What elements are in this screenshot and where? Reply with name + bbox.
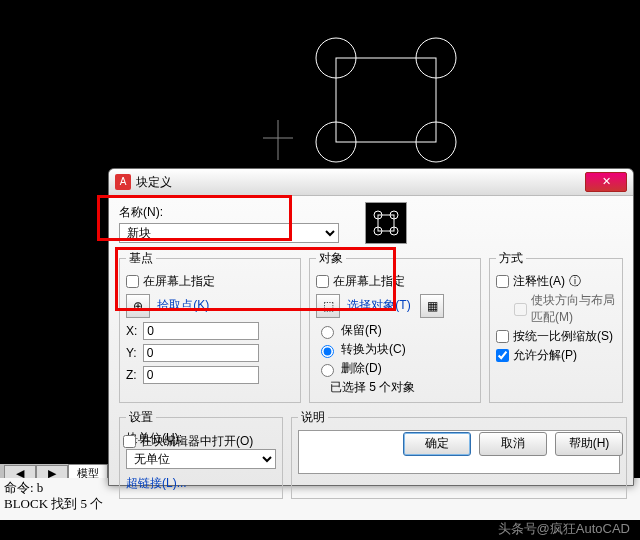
scale-uniform-label: 按统一比例缩放(S): [513, 328, 613, 345]
convert-label: 转换为块(C): [341, 341, 406, 358]
settings-group: 设置 块单位(U): 无单位 超链接(L)...: [119, 409, 283, 499]
select-objects-button[interactable]: ⬚: [316, 294, 340, 318]
basepoint-group: 基点 在屏幕上指定 ⊕ 拾取点(K) X: Y: Z:: [119, 250, 301, 403]
behavior-group: 方式 注释性(A) ⓘ 使块方向与布局匹配(M) 按统一比例缩放(S) 允许分解…: [489, 250, 623, 403]
name-combobox[interactable]: 新块: [119, 223, 339, 243]
help-button[interactable]: 帮助(H): [555, 432, 623, 456]
objects-legend: 对象: [316, 250, 346, 267]
y-input[interactable]: [143, 344, 259, 362]
convert-radio[interactable]: [321, 345, 334, 358]
select-objects-link[interactable]: 选择对象(T): [347, 298, 410, 312]
description-legend: 说明: [298, 409, 328, 426]
match-orient-check: [514, 303, 527, 316]
delete-label: 删除(D): [341, 360, 382, 377]
x-input[interactable]: [143, 322, 259, 340]
annotative-label: 注释性(A): [513, 273, 565, 290]
cancel-button[interactable]: 取消: [479, 432, 547, 456]
annotative-check[interactable]: [496, 275, 509, 288]
dialog-titlebar[interactable]: A 块定义 ✕: [109, 169, 633, 196]
watermark: 头条号@疯狂AutoCAD: [498, 520, 630, 538]
behavior-legend: 方式: [496, 250, 526, 267]
basepoint-legend: 基点: [126, 250, 156, 267]
objects-group: 对象 在屏幕上指定 ⬚ 选择对象(T) ▦ 保留(R) 转换为块(C) 删除(D…: [309, 250, 481, 403]
allow-explode-check[interactable]: [496, 349, 509, 362]
app-icon: A: [115, 174, 131, 190]
ok-button[interactable]: 确定: [403, 432, 471, 456]
z-label: Z:: [126, 368, 137, 382]
dialog-title: 块定义: [136, 174, 585, 191]
x-label: X:: [126, 324, 137, 338]
match-orient-label: 使块方向与布局匹配(M): [531, 292, 616, 326]
block-preview: [365, 202, 407, 244]
unit-select[interactable]: 无单位: [126, 449, 276, 469]
quick-select-button[interactable]: ▦: [420, 294, 444, 318]
close-button[interactable]: ✕: [585, 172, 627, 192]
selected-count: 已选择 5 个对象: [330, 379, 474, 396]
retain-radio[interactable]: [321, 326, 334, 339]
name-label: 名称(N):: [119, 204, 339, 221]
basepoint-onscreen-check[interactable]: [126, 275, 139, 288]
basepoint-onscreen-label: 在屏幕上指定: [143, 273, 215, 290]
block-geometry: [0, 0, 640, 170]
pick-point-button[interactable]: ⊕: [126, 294, 150, 318]
block-definition-dialog: A 块定义 ✕ 名称(N): 新块 基点 在屏幕上指定 ⊕ 拾取点(K): [108, 168, 634, 486]
y-label: Y:: [126, 346, 137, 360]
pick-point-link[interactable]: 拾取点(K): [157, 298, 209, 312]
hyperlink-button[interactable]: 超链接(L)...: [126, 476, 187, 490]
allow-explode-label: 允许分解(P): [513, 347, 577, 364]
open-in-editor-check[interactable]: [123, 435, 136, 448]
objects-onscreen-check[interactable]: [316, 275, 329, 288]
scale-uniform-check[interactable]: [496, 330, 509, 343]
open-in-editor-label: 在块编辑器中打开(O): [140, 433, 253, 450]
z-input[interactable]: [143, 366, 259, 384]
delete-radio[interactable]: [321, 364, 334, 377]
objects-onscreen-label: 在屏幕上指定: [333, 273, 405, 290]
settings-legend: 设置: [126, 409, 156, 426]
svg-rect-7: [378, 215, 394, 231]
retain-label: 保留(R): [341, 322, 382, 339]
info-icon[interactable]: ⓘ: [569, 273, 581, 290]
